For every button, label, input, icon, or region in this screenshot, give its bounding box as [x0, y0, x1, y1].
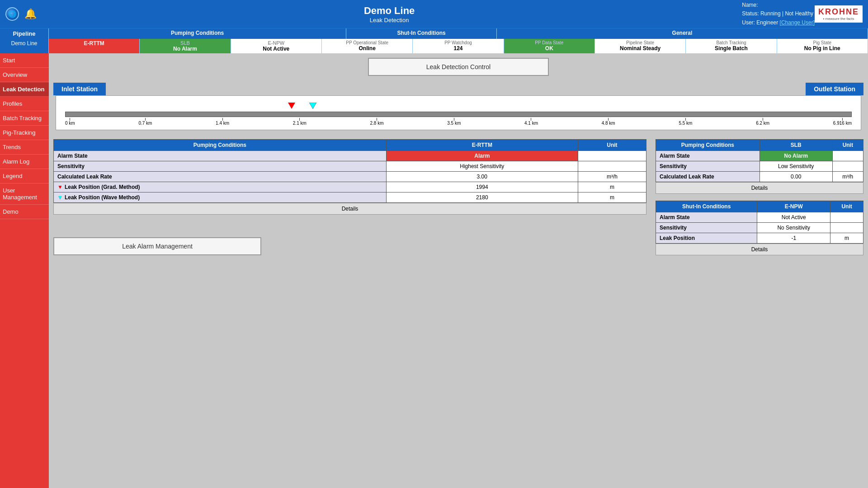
- nav-cell-pp-op[interactable]: PP Operational State Online: [322, 39, 413, 53]
- slb-sensitivity-unit: [832, 161, 863, 172]
- change-user-link[interactable]: [Change User]: [780, 19, 815, 26]
- enpw-leak-pos-val: -1: [757, 233, 830, 244]
- header-name: Name:: [742, 1, 815, 9]
- erttm-leak-rate-val: 3.00: [386, 172, 578, 182]
- erttm-sensitivity-label: Sensitivity: [54, 161, 387, 172]
- svg-marker-1: [309, 103, 316, 109]
- erttm-th-col3: Unit: [578, 140, 646, 151]
- sidebar-item-overview[interactable]: Overview: [0, 68, 49, 82]
- erttm-sensitivity-unit: [578, 161, 646, 172]
- enpw-table-wrapper: Shut-In Conditions E-NPW Unit Alarm Stat…: [656, 201, 863, 255]
- globe-icon[interactable]: 🌐: [5, 7, 19, 21]
- enpw-details-button[interactable]: Details: [656, 244, 863, 255]
- enpw-th-col2: E-NPW: [757, 201, 830, 212]
- slb-alarm-state-val: No Alarm: [760, 151, 832, 161]
- enpw-sensitivity-val: No Sensitivity: [757, 223, 830, 233]
- sidebar-item-pig-tracking[interactable]: Pig-Tracking: [0, 126, 49, 140]
- right-tables: Pumping Conditions SLB Unit Alarm State …: [656, 139, 863, 255]
- table-row: Alarm State No Alarm: [656, 151, 863, 161]
- enpw-leak-pos-label: Leak Position: [656, 233, 757, 244]
- sidebar-item-leak-detection[interactable]: Leak Detection: [0, 82, 49, 97]
- inlet-station-label: Inlet Station: [53, 83, 106, 95]
- erttm-alarm-state-val: Alarm: [386, 151, 578, 161]
- enpw-sensitivity-label: Sensitivity: [656, 223, 757, 233]
- nav-cell-erttm[interactable]: E-RTTM: [49, 39, 140, 53]
- enpw-th-col3: Unit: [830, 201, 863, 212]
- slb-alarm-state-label: Alarm State: [656, 151, 760, 161]
- erttm-table: Pumping Conditions E-RTTM Unit Alarm Sta…: [53, 139, 646, 203]
- erttm-alarm-state-unit: [578, 151, 646, 161]
- nav-pipeline-val: Demo Line: [0, 39, 49, 53]
- nav-pipeline-label: Pipeline: [0, 28, 49, 39]
- sidebar-item-trends[interactable]: Trends: [0, 140, 49, 155]
- erttm-th-col2: E-RTTM: [386, 140, 578, 151]
- header-info: Name: Status: Running | Not Healthy User…: [742, 1, 815, 27]
- nav-cell-slb[interactable]: SLB No Alarm: [140, 39, 231, 53]
- table-row: Calculated Leak Rate 3.00 m³/h: [54, 172, 646, 182]
- enpw-th-title: Shut-In Conditions: [656, 201, 757, 212]
- nav-top-row: Pipeline Pumping Conditions Shut-In Cond…: [0, 28, 868, 39]
- sidebar-item-legend[interactable]: Legend: [0, 169, 49, 183]
- header-left: 🌐 🔔: [5, 7, 37, 21]
- erttm-wave-pos-unit: m: [578, 192, 646, 203]
- svg-marker-0: [288, 103, 295, 109]
- station-row: Inlet Station Outlet Station: [53, 83, 863, 95]
- slb-sensitivity-label: Sensitivity: [656, 161, 760, 172]
- nav-cell-batch-tracking[interactable]: Batch Tracking Single Batch: [686, 39, 777, 53]
- sidebar-item-batch-tracking[interactable]: Batch Tracking: [0, 111, 49, 126]
- enpw-alarm-state-unit: [830, 212, 863, 223]
- header-status: Status: Running | Not Healthy: [742, 9, 815, 18]
- header-logo: KROHNE ▪ measure the facts: [815, 5, 863, 23]
- nav-cell-pig-state[interactable]: Pig State No Pig in Line: [777, 39, 868, 53]
- slb-sensitivity-val: Low Sensitivity: [760, 161, 832, 172]
- slb-th-col3: Unit: [832, 140, 863, 151]
- erttm-th-title: Pumping Conditions: [54, 140, 387, 151]
- slb-th-col2: SLB: [760, 140, 832, 151]
- nav-group-general: General: [497, 28, 868, 39]
- nav-cell-pp-data[interactable]: PP Data State OK: [504, 39, 595, 53]
- nav-cell-enpw[interactable]: E-NPW Not Active: [231, 39, 322, 53]
- logo-text: KROHNE: [818, 7, 859, 17]
- leak-alarm-mgmt-wrapper: Leak Alarm Management: [53, 237, 646, 255]
- enpw-table: Shut-In Conditions E-NPW Unit Alarm Stat…: [656, 201, 863, 244]
- table-row: Calculated Leak Rate 0.00 m³/h: [656, 172, 863, 182]
- enpw-alarm-state-label: Alarm State: [656, 212, 757, 223]
- leak-detection-control-button[interactable]: Leak Detection Control: [368, 58, 549, 76]
- cyan-marker-icon: ▼: [57, 194, 63, 201]
- slb-leak-rate-unit: m³/h: [832, 172, 863, 182]
- ruler-ticks: 0 km 0.7 km 1.4 km 2.1 km 2.8 km 3.5 km …: [65, 118, 852, 126]
- slb-details-button[interactable]: Details: [656, 182, 863, 194]
- slb-alarm-state-unit: [832, 151, 863, 161]
- sidebar-item-start[interactable]: Start: [0, 53, 49, 68]
- nav-cell-pipeline-state[interactable]: Pipeline State Nominal Steady: [595, 39, 686, 53]
- logo-sub: ▪ measure the facts: [823, 17, 854, 21]
- erttm-details-button[interactable]: Details: [53, 203, 646, 215]
- slb-th-title: Pumping Conditions: [656, 140, 760, 151]
- erttm-alarm-state-label: Alarm State: [54, 151, 387, 161]
- nav-cell-pp-watchdog[interactable]: PP Watchdog 124: [413, 39, 504, 53]
- erttm-wave-pos-label: ▼Leak Position (Wave Method): [54, 192, 387, 203]
- pipeline-line: [65, 112, 852, 117]
- pipeline-visual: 0 km 0.7 km 1.4 km 2.1 km 2.8 km 3.5 km …: [56, 95, 861, 130]
- outlet-station-label: Outlet Station: [806, 83, 863, 95]
- slb-leak-rate-label: Calculated Leak Rate: [656, 172, 760, 182]
- sidebar-item-profiles[interactable]: Profiles: [0, 97, 49, 111]
- sidebar-item-user-management[interactable]: User Management: [0, 183, 49, 205]
- table-row: Alarm State Alarm: [54, 151, 646, 161]
- bell-icon[interactable]: 🔔: [24, 8, 37, 20]
- erttm-wave-pos-val: 2180: [386, 192, 578, 203]
- header: 🌐 🔔 Demo Line Leak Detection Name: Statu…: [0, 0, 868, 28]
- app-subtitle: Leak Detection: [37, 17, 742, 23]
- table-row: Sensitivity No Sensitivity: [656, 223, 863, 233]
- leak-alarm-management-button[interactable]: Leak Alarm Management: [53, 237, 261, 255]
- red-marker-icon: ▼: [57, 184, 63, 190]
- erttm-grad-pos-unit: m: [578, 182, 646, 192]
- table-row: Alarm State Not Active: [656, 212, 863, 223]
- table-row: ▼Leak Position (Grad. Method) 1994 m: [54, 182, 646, 192]
- nav-group-shutin: Shut-In Conditions: [346, 28, 497, 39]
- enpw-leak-pos-unit: m: [830, 233, 863, 244]
- sidebar-item-alarm-log[interactable]: Alarm Log: [0, 155, 49, 169]
- marker-cyan-triangle: [309, 103, 316, 111]
- sidebar: Start Overview Leak Detection Profiles B…: [0, 53, 49, 488]
- sidebar-item-demo[interactable]: Demo: [0, 205, 49, 219]
